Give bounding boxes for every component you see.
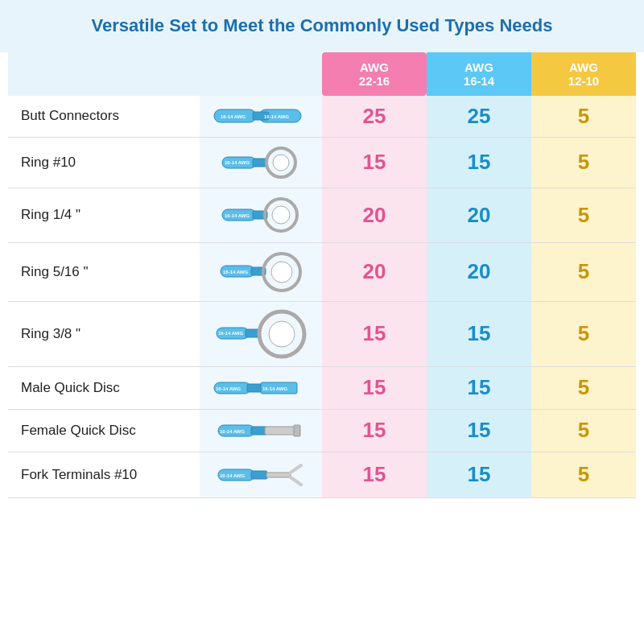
table-row: Fork Terminals #10 16-14 AWG 15 15 5 [8, 452, 636, 497]
val-awg3-1: 5 [531, 137, 636, 188]
svg-text:16-14 AWG: 16-14 AWG [225, 160, 250, 165]
row-name-3: Ring 5/16 " [8, 242, 200, 301]
val-awg2-6: 15 [427, 409, 531, 452]
connector-img-2: 16-14 AWG [203, 193, 319, 237]
page-wrapper: Versatile Set to Meet the Commonly Used … [0, 0, 644, 644]
val-awg3-7: 5 [531, 452, 636, 497]
awg1-label: AWG 22-16 [328, 60, 420, 88]
row-image-6: 16-14 AWG [200, 409, 322, 452]
title-bar: Versatile Set to Meet the Commonly Used … [0, 0, 644, 52]
svg-text:16-14 AWG: 16-14 AWG [218, 331, 243, 336]
connector-img-6: 16-14 AWG [203, 415, 319, 447]
svg-rect-36 [251, 471, 267, 479]
val-awg2-3: 20 [427, 242, 531, 301]
svg-text:16-14 AWG: 16-14 AWG [264, 114, 289, 119]
val-awg2-7: 15 [427, 452, 531, 497]
val-awg2-4: 15 [427, 301, 531, 366]
svg-rect-37 [266, 473, 291, 477]
svg-rect-32 [265, 427, 295, 435]
row-name-4: Ring 3/8 " [8, 301, 200, 366]
val-awg1-6: 15 [322, 409, 427, 452]
val-awg3-6: 5 [531, 409, 636, 452]
connector-img-3: 16-14 AWG [203, 248, 319, 296]
page-title: Versatile Set to Meet the Commonly Used … [19, 14, 625, 38]
val-awg1-2: 20 [322, 188, 427, 242]
col-awg2-header: AWG 16-14 [427, 52, 531, 96]
val-awg2-1: 15 [427, 137, 531, 188]
row-image-0: 16-14 AWG 16-14 AWG [200, 96, 322, 138]
connector-img-5: 16-14 AWG 16-14 AWG [203, 372, 319, 404]
row-image-1: 16-14 AWG [200, 137, 322, 188]
connector-img-4: 16-14 AWG [203, 307, 319, 361]
row-image-4: 16-14 AWG [200, 301, 322, 366]
val-awg1-4: 15 [322, 301, 427, 366]
header-row: AWG 22-16 AWG 16-14 AWG 12-10 [8, 52, 636, 96]
svg-rect-33 [294, 425, 300, 436]
table-wrapper: AWG 22-16 AWG 16-14 AWG 12-10 [0, 52, 644, 506]
col-name-header [8, 52, 200, 96]
val-awg3-4: 5 [531, 301, 636, 366]
table-row: Female Quick Disc 16-14 AWG 15 15 5 [8, 409, 636, 452]
val-awg1-1: 15 [322, 137, 427, 188]
row-image-7: 16-14 AWG [200, 452, 322, 497]
val-awg2-0: 25 [427, 96, 531, 138]
row-image-5: 16-14 AWG 16-14 AWG [200, 366, 322, 409]
table-body: Butt Connectors 16-14 AWG 16-14 AWG 25 2… [8, 96, 636, 498]
row-name-6: Female Quick Disc [8, 409, 200, 452]
connector-img-7: 16-14 AWG [203, 457, 319, 493]
col-image-header [200, 52, 322, 96]
table-row: Ring 1/4 " 16-14 AWG 20 20 5 [8, 188, 636, 242]
awg3-label: AWG 12-10 [538, 60, 630, 88]
val-awg1-0: 25 [322, 96, 427, 138]
svg-text:16-14 AWG: 16-14 AWG [225, 213, 250, 218]
row-image-3: 16-14 AWG [200, 242, 322, 301]
row-image-2: 16-14 AWG [200, 188, 322, 242]
svg-text:16-14 AWG: 16-14 AWG [221, 114, 246, 119]
svg-text:16-14 AWG: 16-14 AWG [220, 429, 245, 434]
val-awg2-2: 20 [427, 188, 531, 242]
val-awg2-5: 15 [427, 366, 531, 409]
val-awg3-3: 5 [531, 242, 636, 301]
awg2-label: AWG 16-14 [433, 60, 525, 88]
svg-text:16-14 AWG: 16-14 AWG [216, 386, 241, 391]
row-name-1: Ring #10 [8, 137, 200, 188]
svg-point-18 [271, 262, 292, 283]
col-awg1-header: AWG 22-16 [322, 52, 427, 96]
row-name-7: Fork Terminals #10 [8, 452, 200, 497]
svg-point-13 [272, 206, 290, 224]
row-name-2: Ring 1/4 " [8, 188, 200, 242]
val-awg1-5: 15 [322, 366, 427, 409]
connector-img-1: 16-14 AWG [203, 142, 319, 183]
val-awg1-3: 20 [322, 242, 427, 301]
table-row: Ring 3/8 " 16-14 AWG 15 15 5 [8, 301, 636, 366]
table-row: Male Quick Disc 16-14 AWG 16-14 AWG 15 1… [8, 366, 636, 409]
val-awg3-2: 5 [531, 188, 636, 242]
val-awg1-7: 15 [322, 452, 427, 497]
svg-point-23 [269, 321, 295, 347]
svg-text:16-14 AWG: 16-14 AWG [262, 386, 287, 391]
svg-text:16-14 AWG: 16-14 AWG [223, 270, 248, 275]
svg-text:16-14 AWG: 16-14 AWG [220, 473, 245, 478]
main-table: AWG 22-16 AWG 16-14 AWG 12-10 [8, 52, 636, 498]
svg-point-8 [273, 155, 289, 171]
table-row: Ring 5/16 " 16-14 AWG 20 20 5 [8, 242, 636, 301]
table-row: Ring #10 16-14 AWG 15 15 5 [8, 137, 636, 188]
connector-img-0: 16-14 AWG 16-14 AWG [203, 101, 319, 130]
row-name-0: Butt Connectors [8, 96, 200, 138]
table-row: Butt Connectors 16-14 AWG 16-14 AWG 25 2… [8, 96, 636, 138]
val-awg3-0: 5 [531, 96, 636, 138]
col-awg3-header: AWG 12-10 [531, 52, 636, 96]
val-awg3-5: 5 [531, 366, 636, 409]
row-name-5: Male Quick Disc [8, 366, 200, 409]
